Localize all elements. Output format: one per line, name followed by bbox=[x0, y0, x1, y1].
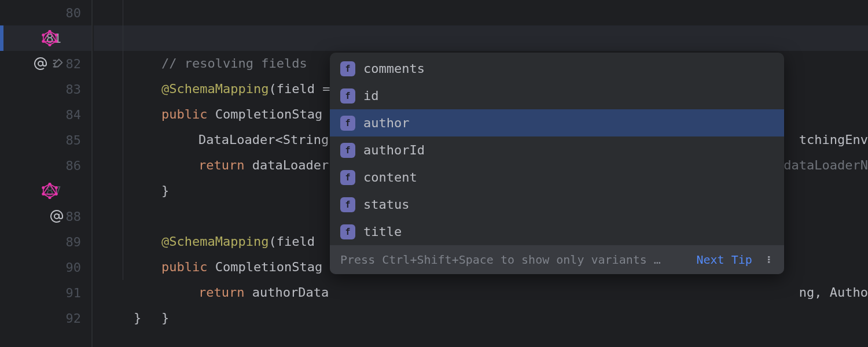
completion-item[interactable]: f authorId bbox=[330, 136, 784, 164]
svg-marker-10 bbox=[43, 184, 56, 194]
field-icon: f bbox=[340, 170, 355, 185]
gutter-row: 89 bbox=[0, 229, 91, 254]
completion-hint: Press Ctrl+Shift+Space to show only vari… bbox=[340, 253, 661, 267]
svg-point-4 bbox=[55, 40, 58, 43]
code-line: // resolving fields bbox=[94, 0, 868, 25]
svg-point-12 bbox=[55, 186, 58, 189]
line-number: 89 bbox=[66, 235, 82, 249]
completion-item[interactable]: f comments bbox=[330, 53, 784, 82]
completion-footer: Press Ctrl+Shift+Space to show only vari… bbox=[330, 245, 784, 274]
line-number: 92 bbox=[66, 311, 82, 326]
line-number: 84 bbox=[66, 108, 82, 122]
at-sign-icon[interactable] bbox=[49, 208, 65, 224]
next-tip-link[interactable]: Next Tip bbox=[696, 253, 752, 267]
field-icon: f bbox=[340, 143, 355, 158]
field-icon: f bbox=[340, 88, 355, 104]
completion-item[interactable]: f status bbox=[330, 191, 784, 218]
gutter-row: 92 bbox=[0, 305, 91, 331]
more-menu-icon[interactable]: ⋯ bbox=[762, 255, 777, 264]
line-number: 85 bbox=[66, 133, 82, 147]
svg-point-17 bbox=[54, 214, 59, 219]
completion-label: author bbox=[363, 116, 409, 130]
gutter-row: 84 bbox=[0, 102, 91, 127]
code-line bbox=[94, 305, 868, 331]
field-icon: f bbox=[340, 224, 355, 239]
completion-label: status bbox=[363, 197, 409, 212]
completion-item[interactable]: f title bbox=[330, 218, 784, 245]
line-number: 86 bbox=[66, 158, 82, 173]
svg-point-6 bbox=[42, 40, 45, 43]
gutter-row: 90 bbox=[0, 254, 91, 280]
line-number: 83 bbox=[66, 82, 82, 97]
completion-item[interactable]: f id bbox=[330, 82, 784, 109]
graphql-icon[interactable] bbox=[42, 30, 58, 46]
line-number: 82 bbox=[66, 57, 82, 71]
completion-popup: f comments f id f author f authorId f co… bbox=[330, 53, 784, 274]
gutter-row: 86 bbox=[0, 153, 91, 178]
gutter-row: 85 bbox=[0, 127, 91, 153]
field-icon: f bbox=[340, 116, 355, 131]
svg-point-15 bbox=[42, 193, 45, 195]
line-number: 90 bbox=[66, 260, 82, 275]
code-line: } bbox=[94, 280, 868, 305]
completion-label: content bbox=[363, 170, 417, 184]
gutter-row: 91 bbox=[0, 280, 91, 305]
field-icon: f bbox=[340, 197, 355, 212]
svg-point-13 bbox=[55, 193, 58, 195]
gutter-row: 87 bbox=[0, 178, 91, 204]
completion-item-selected[interactable]: f author bbox=[330, 109, 784, 136]
svg-point-7 bbox=[42, 34, 45, 36]
line-number: 80 bbox=[66, 6, 82, 20]
gutter-row: 82 bbox=[0, 51, 91, 76]
completion-item[interactable]: f content bbox=[330, 164, 784, 191]
line-number: 91 bbox=[66, 286, 82, 300]
gutter: 80 81 bbox=[0, 0, 93, 347]
completion-label: id bbox=[363, 88, 379, 103]
code-line-active: @SchemaMapping(field = "") bbox=[94, 25, 868, 51]
completion-label: title bbox=[363, 224, 402, 239]
gutter-row: 83 bbox=[0, 76, 91, 102]
line-number: 88 bbox=[66, 209, 82, 224]
completion-label: comments bbox=[363, 61, 425, 76]
rename-hint-icon[interactable] bbox=[50, 56, 66, 72]
gutter-row-active: 81 bbox=[0, 25, 91, 51]
graphql-icon[interactable] bbox=[42, 183, 58, 199]
svg-point-8 bbox=[38, 61, 43, 66]
gutter-row: 80 bbox=[0, 0, 91, 25]
gutter-row: 88 bbox=[0, 204, 91, 229]
field-icon: f bbox=[340, 61, 355, 76]
line-marker bbox=[0, 25, 3, 51]
completion-label: authorId bbox=[363, 143, 425, 157]
svg-point-3 bbox=[55, 34, 58, 36]
at-sign-icon[interactable] bbox=[32, 56, 49, 72]
svg-point-16 bbox=[42, 186, 45, 189]
svg-marker-1 bbox=[43, 31, 56, 41]
